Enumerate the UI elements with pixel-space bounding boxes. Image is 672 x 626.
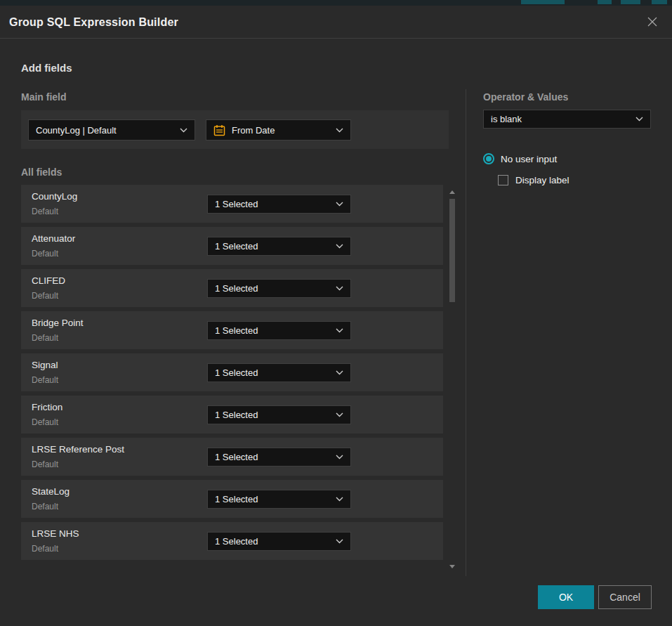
field-sublabel: Default (32, 459, 58, 469)
field-selected-dropdown[interactable]: 1 Selected (207, 195, 351, 214)
list-scrollbar[interactable] (449, 185, 456, 570)
field-sublabel: Default (32, 249, 58, 259)
field-name: CountyLog (32, 191, 77, 202)
field-selected-value: 1 Selected (215, 325, 330, 336)
main-field-select[interactable]: From Date (206, 119, 351, 141)
field-sublabel: Default (32, 375, 58, 385)
field-sublabel: Default (32, 502, 58, 511)
chevron-down-icon (336, 370, 343, 375)
scrollbar-up-arrow-icon[interactable] (449, 190, 455, 194)
chevron-down-icon (336, 497, 343, 502)
field-selected-dropdown[interactable]: 1 Selected (207, 448, 351, 467)
display-label-checkbox[interactable]: Display label (498, 175, 569, 185)
main-field-select-value: From Date (232, 125, 330, 136)
field-name: CLIFED (32, 275, 65, 286)
chevron-down-icon (336, 202, 343, 207)
field-row: LRSE Reference Post Default 1 Selected (21, 438, 443, 476)
field-selected-value: 1 Selected (215, 199, 330, 209)
operator-select-value: is blank (491, 114, 630, 124)
field-row: Attenuator Default 1 Selected (21, 227, 443, 265)
chevron-down-icon (336, 244, 343, 249)
field-selected-value: 1 Selected (215, 241, 330, 252)
chevron-down-icon (180, 128, 187, 133)
group-sql-expression-builder-dialog: Group SQL Expression Builder Add fields … (0, 6, 672, 626)
field-sublabel: Default (32, 291, 58, 301)
field-sublabel: Default (32, 333, 58, 343)
field-row: CountyLog Default 1 Selected (21, 185, 443, 223)
close-icon[interactable] (643, 13, 661, 32)
background-teal-fragment (521, 0, 565, 4)
main-layer-select[interactable]: CountyLog | Default (28, 119, 195, 141)
main-field-label: Main field (21, 91, 67, 103)
chevron-down-icon (635, 117, 643, 122)
field-selected-dropdown[interactable]: 1 Selected (207, 279, 351, 298)
field-name: Attenuator (32, 233, 75, 244)
background-teal-fragment (598, 0, 612, 4)
dialog-title: Group SQL Expression Builder (9, 6, 178, 39)
field-sublabel: Default (32, 544, 58, 554)
vertical-divider (466, 89, 466, 576)
chevron-down-icon (336, 412, 343, 417)
background-teal-fragment (621, 0, 640, 4)
field-selected-dropdown[interactable]: 1 Selected (207, 237, 351, 256)
radio-selected-icon (483, 153, 494, 164)
cancel-button[interactable]: Cancel (598, 585, 652, 609)
add-fields-heading: Add fields (21, 62, 72, 74)
chevron-down-icon (336, 128, 343, 133)
field-row: Bridge Point Default 1 Selected (21, 311, 443, 349)
field-selected-value: 1 Selected (215, 452, 330, 462)
field-name: LRSE NHS (32, 528, 79, 539)
chevron-down-icon (336, 539, 343, 544)
no-user-input-radio[interactable]: No user input (483, 153, 557, 164)
field-name: Signal (32, 360, 58, 370)
field-row: StateLog Default 1 Selected (21, 480, 443, 518)
field-selected-value: 1 Selected (215, 494, 330, 504)
field-row: CLIFED Default 1 Selected (21, 269, 443, 307)
checkbox-unchecked-icon (498, 175, 508, 185)
field-selected-value: 1 Selected (215, 410, 330, 420)
scrollbar-down-arrow-icon[interactable] (449, 565, 455, 568)
chevron-down-icon (336, 455, 343, 459)
operator-select[interactable]: is blank (483, 110, 651, 129)
display-label-text: Display label (515, 175, 569, 185)
field-selected-dropdown[interactable]: 1 Selected (207, 363, 351, 382)
ok-button[interactable]: OK (538, 585, 594, 609)
scrollbar-thumb[interactable] (449, 199, 455, 302)
main-field-panel: CountyLog | Default From Date (21, 110, 449, 149)
all-fields-label: All fields (21, 167, 62, 178)
field-selected-value: 1 Selected (215, 283, 330, 294)
calendar-icon (213, 124, 225, 136)
field-selected-dropdown[interactable]: 1 Selected (207, 321, 351, 340)
chevron-down-icon (336, 286, 343, 291)
no-user-input-label: No user input (501, 154, 557, 164)
field-row: LRSE NHS Default 1 Selected (21, 522, 443, 560)
field-sublabel: Default (32, 417, 58, 427)
field-selected-value: 1 Selected (215, 367, 330, 378)
field-name: Bridge Point (32, 318, 84, 328)
field-name: StateLog (32, 486, 70, 497)
field-name: Friction (32, 402, 62, 412)
field-selected-dropdown[interactable]: 1 Selected (207, 405, 351, 424)
field-row: Friction Default 1 Selected (21, 396, 443, 433)
all-fields-list: CountyLog Default 1 Selected Attenuator … (21, 185, 443, 564)
field-row: Signal Default 1 Selected (21, 353, 443, 391)
background-app-strip (0, 0, 672, 6)
main-layer-select-value: CountyLog | Default (36, 125, 174, 136)
chevron-down-icon (336, 328, 343, 333)
dialog-titlebar: Group SQL Expression Builder (0, 6, 672, 39)
field-selected-dropdown[interactable]: 1 Selected (207, 532, 351, 551)
field-selected-value: 1 Selected (215, 536, 330, 547)
field-name: LRSE Reference Post (32, 444, 124, 455)
field-selected-dropdown[interactable]: 1 Selected (207, 490, 351, 509)
operator-values-heading: Operator & Values (483, 91, 568, 103)
background-teal-fragment (652, 0, 667, 4)
field-sublabel: Default (32, 207, 58, 216)
